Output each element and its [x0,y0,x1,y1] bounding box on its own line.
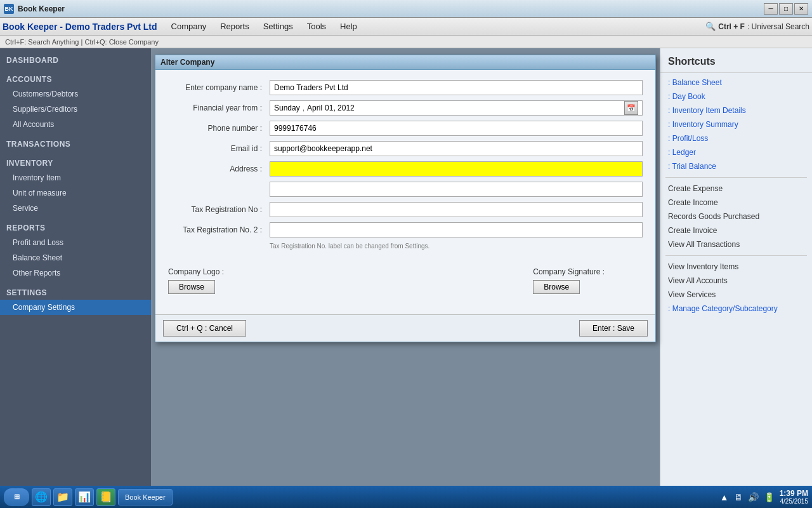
shortcut-create-income[interactable]: Create Income [660,196,812,210]
menu-company[interactable]: Company [165,20,213,33]
sidebar-item-customers[interactable]: Customers/Debtors [0,86,151,102]
dialog-content: Enter company name : Financial year from… [155,70,655,314]
shortcut-inventory-item-details[interactable]: : Inventory Item Details [660,104,812,117]
taskbar-right: ▲ 🖥 🔊 🔋 1:39 PM 4/25/2015 [720,489,808,505]
tax-hint: Tax Registration No. label can be change… [270,243,643,250]
tax-reg2-input[interactable] [270,222,643,237]
tax-reg-row: Tax Registration No : [168,202,643,217]
cancel-button[interactable]: Ctrl + Q : Cancel [163,320,246,337]
shortcut-manage-category[interactable]: : Manage Category/Subcategory [660,302,812,316]
taskbar-app-name: Book Keeper [125,493,166,501]
sidebar-section-dashboard: DASHBOARD [0,51,151,67]
maximize-button[interactable]: □ [779,3,793,15]
shortcut-bar-text: Ctrl+F: Search Anything | Ctrl+Q: Close … [5,38,159,46]
shortcut-profit-loss[interactable]: : Profit/Loss [660,131,812,145]
search-shortcut: Ctrl + F [718,22,745,31]
shortcut-create-invoice[interactable]: Create Invoice [660,224,812,237]
search-label: : Universal Search [747,22,809,31]
address-input[interactable] [270,161,643,177]
taskbar-explorer-icon[interactable]: 📁 [53,488,72,506]
title-bar-controls: ─ □ ✕ [764,3,808,15]
taskbar-charts-icon[interactable]: 📊 [75,488,94,506]
shortcut-day-book[interactable]: : Day Book [660,90,812,104]
company-signature-label: Company Signature : [533,267,605,276]
alter-company-dialog: Alter Company Enter company name : Finan… [155,55,656,342]
financial-day: Sunday [274,104,300,112]
address-input-2[interactable] [270,182,643,197]
shortcut-divider-1 [665,177,807,178]
email-input[interactable] [270,141,643,156]
sidebar-section-inventory: INVENTORY [0,154,151,170]
shortcut-view-inventory[interactable]: View Inventory Items [660,260,812,274]
logo-section: Company Logo : Browse Company Signature … [168,257,643,304]
email-label: Email id : [168,144,270,153]
menu-help[interactable]: Help [334,20,363,33]
menu-bar: Book Keeper - Demo Traders Pvt Ltd Compa… [0,18,812,36]
sidebar-item-profit-loss[interactable]: Profit and Loss [0,235,151,250]
browse-logo-button[interactable]: Browse [168,280,215,294]
taskbar-bookkeeper-app[interactable]: Book Keeper [118,489,173,505]
title-bar: BK Book Keeper ─ □ ✕ [0,0,812,18]
search-icon: 🔍 [705,22,716,31]
calendar-button[interactable]: 📅 [624,101,638,115]
sidebar-item-company-settings[interactable]: Company Settings [0,300,151,315]
title-bar-left: BK Book Keeper [4,4,65,14]
start-button[interactable]: ⊞ [4,488,29,506]
shortcut-create-expense[interactable]: Create Expense [660,182,812,196]
company-signature-group: Company Signature : Browse [533,267,605,294]
shortcut-divider-2 [665,255,807,256]
company-name-input[interactable] [270,80,643,95]
shortcut-records-goods[interactable]: Records Goods Purchased [660,210,812,224]
taskbar-ie-icon[interactable]: 🌐 [32,488,51,506]
shortcut-bar: Ctrl+F: Search Anything | Ctrl+Q: Close … [0,36,812,48]
taskbar-volume-icon: 🔊 [748,492,759,502]
sidebar-section-settings: SETTINGS [0,283,151,300]
company-logo-group: Company Logo : Browse [168,267,224,294]
main-layout: DASHBOARD ACCOUNTS Customers/Debtors Sup… [0,48,812,486]
shortcut-ledger[interactable]: : Ledger [660,145,812,159]
financial-date: 01, 2012 [325,104,355,112]
close-button[interactable]: ✕ [794,3,808,15]
phone-row: Phone number : [168,121,643,136]
address-label: Address : [168,164,270,173]
tax-reg2-row: Tax Registration No. 2 : [168,222,643,237]
browse-signature-button[interactable]: Browse [533,280,580,294]
taskbar-clock: 1:39 PM 4/25/2015 [780,489,808,505]
sidebar: DASHBOARD ACCOUNTS Customers/Debtors Sup… [0,48,151,486]
shortcut-trial-balance[interactable]: : Trial Balance [660,159,812,173]
financial-year-row: Financial year from : Sunday , April 01,… [168,100,643,116]
financial-year-label: Financial year from : [168,104,270,112]
shortcut-view-all-accounts[interactable]: View All Accounts [660,274,812,288]
sidebar-item-inventory-item[interactable]: Inventory Item [0,170,151,185]
shortcut-view-all-transactions[interactable]: View All Transactions [660,237,812,251]
sidebar-item-all-accounts[interactable]: All Accounts [0,117,151,132]
menu-tools[interactable]: Tools [301,20,332,33]
sidebar-item-suppliers[interactable]: Suppliers/Creditors [0,102,151,117]
dialog-title: Alter Company [160,58,214,67]
sidebar-item-service[interactable]: Service [0,201,151,216]
email-row: Email id : [168,141,643,156]
company-title: Book Keeper - Demo Traders Pvt Ltd [3,22,157,32]
shortcut-balance-sheet[interactable]: : Balance Sheet [660,76,812,90]
sidebar-section-accounts: ACCOUNTS [0,70,151,86]
sidebar-item-other-reports[interactable]: Other Reports [0,265,151,281]
sidebar-item-balance-sheet[interactable]: Balance Sheet [0,250,151,265]
sidebar-item-unit-of-measure[interactable]: Unit of measure [0,185,151,201]
menu-settings[interactable]: Settings [257,20,299,33]
phone-input[interactable] [270,121,643,136]
taskbar-network-icon: 🖥 [734,492,743,502]
tax-reg-input[interactable] [270,202,643,217]
company-name-row: Enter company name : [168,80,643,95]
address-row-2 [168,182,643,197]
save-button[interactable]: Enter : Save [579,320,648,337]
taskbar-bk-icon[interactable]: 📒 [96,488,115,506]
shortcut-inventory-summary[interactable]: : Inventory Summary [660,117,812,131]
dialog-footer: Ctrl + Q : Cancel Enter : Save [155,314,655,342]
menu-reports[interactable]: Reports [214,20,256,33]
taskbar-time-display: 1:39 PM [780,489,808,498]
minimize-button[interactable]: ─ [764,3,778,15]
financial-year-input: Sunday , April 01, 2012 📅 [270,100,643,116]
shortcut-view-services[interactable]: View Services [660,288,812,302]
shortcuts-title: Shortcuts [660,53,812,73]
company-logo-label: Company Logo : [168,267,224,276]
